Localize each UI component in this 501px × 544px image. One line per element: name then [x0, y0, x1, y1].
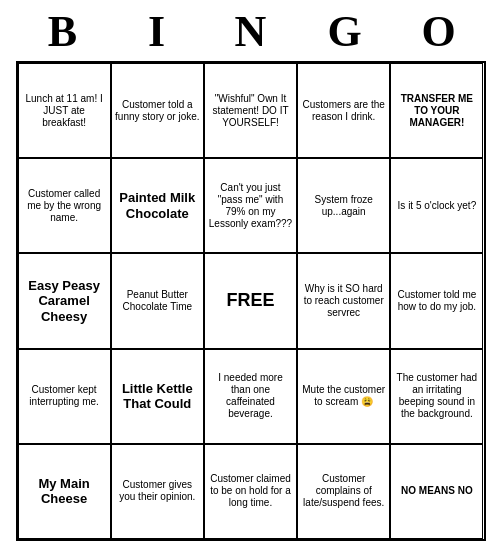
title-g: G — [305, 6, 385, 57]
bingo-cell-9[interactable]: Is it 5 o'clock yet? — [390, 158, 483, 253]
bingo-cell-16[interactable]: Little Kettle That Could — [111, 349, 204, 444]
bingo-cell-5[interactable]: Customer called me by the wrong name. — [18, 158, 111, 253]
bingo-cell-1[interactable]: Customer told a funny story or joke. — [111, 63, 204, 158]
title-o: O — [399, 6, 479, 57]
bingo-cell-22[interactable]: Customer claimed to be on hold for a lon… — [204, 444, 297, 539]
bingo-title: B I N G O — [16, 0, 486, 61]
bingo-cell-11[interactable]: Peanut Butter Chocolate Time — [111, 253, 204, 348]
title-n: N — [211, 6, 291, 57]
bingo-cell-0[interactable]: Lunch at 11 am! I JUST ate breakfast! — [18, 63, 111, 158]
bingo-cell-3[interactable]: Customers are the reason I drink. — [297, 63, 390, 158]
bingo-cell-19[interactable]: The customer had an irritating beeping s… — [390, 349, 483, 444]
bingo-cell-10[interactable]: Easy Peasy Caramel Cheesy — [18, 253, 111, 348]
bingo-cell-6[interactable]: Painted Milk Chocolate — [111, 158, 204, 253]
bingo-cell-15[interactable]: Customer kept interrupting me. — [18, 349, 111, 444]
bingo-cell-18[interactable]: Mute the customer to scream 😩 — [297, 349, 390, 444]
bingo-cell-2[interactable]: "Wishful" Own It statement! DO IT YOURSE… — [204, 63, 297, 158]
title-i: I — [117, 6, 197, 57]
bingo-cell-23[interactable]: Customer complains of late/suspend fees. — [297, 444, 390, 539]
title-b: B — [23, 6, 103, 57]
bingo-cell-13[interactable]: Why is it SO hard to reach customer serv… — [297, 253, 390, 348]
bingo-cell-20[interactable]: My Main Cheese — [18, 444, 111, 539]
bingo-cell-4[interactable]: TRANSFER ME TO YOUR MANAGER! — [390, 63, 483, 158]
bingo-cell-12[interactable]: FREE — [204, 253, 297, 348]
bingo-cell-24[interactable]: NO MEANS NO — [390, 444, 483, 539]
bingo-cell-7[interactable]: Can't you just "pass me" with 79% on my … — [204, 158, 297, 253]
bingo-cell-21[interactable]: Customer gives you their opinion. — [111, 444, 204, 539]
bingo-cell-8[interactable]: System froze up...again — [297, 158, 390, 253]
bingo-cell-14[interactable]: Customer told me how to do my job. — [390, 253, 483, 348]
bingo-cell-17[interactable]: I needed more than one caffeinated bever… — [204, 349, 297, 444]
bingo-grid: Lunch at 11 am! I JUST ate breakfast!Cus… — [16, 61, 486, 541]
